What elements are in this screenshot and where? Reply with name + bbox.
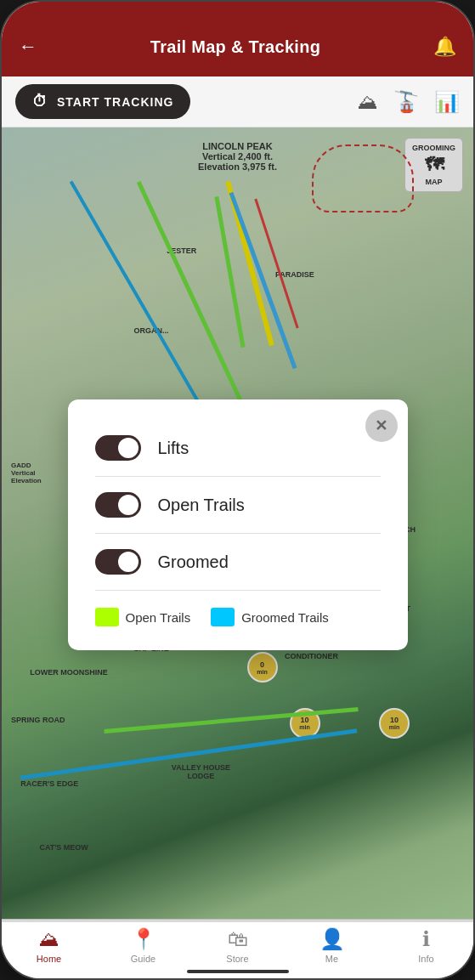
close-icon: ✕ xyxy=(375,416,387,435)
guide-label: Guide xyxy=(131,954,156,964)
groomed-label: Groomed xyxy=(158,552,229,572)
map-area: LINCOLN PEAK Vertical 2,400 ft. Elevatio… xyxy=(2,127,473,922)
nav-item-info[interactable]: ℹ Info xyxy=(401,927,452,964)
guide-icon: 📍 xyxy=(131,927,156,951)
legend-groomed-trails: Groomed Trails xyxy=(211,608,329,626)
back-button[interactable]: ← xyxy=(19,36,37,58)
home-indicator xyxy=(187,970,289,973)
header: ← Trail Map & Tracking 🔔 xyxy=(2,2,473,76)
info-label: Info xyxy=(418,954,433,964)
start-tracking-label: START TRACKING xyxy=(57,95,173,109)
store-label: Store xyxy=(226,954,248,964)
dialog-close-button[interactable]: ✕ xyxy=(365,410,398,442)
nav-item-me[interactable]: 👤 Me xyxy=(307,927,358,964)
home-icon: ⛰ xyxy=(39,927,59,951)
toggle-row-open-trails: Open Trails xyxy=(95,477,381,534)
store-icon: 🛍 xyxy=(228,927,248,951)
filter-dialog: ✕ Lifts xyxy=(68,399,408,650)
bell-icon[interactable]: 🔔 xyxy=(433,36,456,58)
map-background: LINCOLN PEAK Vertical 2,400 ft. Elevatio… xyxy=(2,127,473,922)
home-label: Home xyxy=(37,954,61,964)
lifts-toggle[interactable] xyxy=(95,435,141,461)
open-trails-label: Open Trails xyxy=(158,496,245,515)
toolbar-icons: ⛰ 🚡 📊 xyxy=(358,90,460,114)
nav-item-store[interactable]: 🛍 Store xyxy=(212,927,263,964)
lifts-label: Lifts xyxy=(158,439,189,458)
dialog-overlay: ✕ Lifts xyxy=(2,127,473,922)
nav-item-guide[interactable]: 📍 Guide xyxy=(118,927,169,964)
groomed-trails-legend-label: Groomed Trails xyxy=(241,610,329,625)
timer-icon: ⏱ xyxy=(32,93,48,110)
gondola-icon[interactable]: 🚡 xyxy=(393,90,419,114)
me-icon: 👤 xyxy=(319,927,345,951)
mountain-icon[interactable]: ⛰ xyxy=(358,90,378,114)
info-icon: ℹ xyxy=(422,927,430,951)
legend-row: Open Trails Groomed Trails xyxy=(95,604,381,626)
nav-item-home[interactable]: ⛰ Home xyxy=(24,927,75,964)
groomed-toggle[interactable] xyxy=(95,549,141,575)
toolbar: ⏱ START TRACKING ⛰ 🚡 📊 xyxy=(2,76,473,127)
groomed-trails-swatch xyxy=(211,608,235,626)
open-trails-swatch xyxy=(95,608,119,626)
me-label: Me xyxy=(325,954,338,964)
toggle-row-groomed: Groomed xyxy=(95,534,381,591)
page-title: Trail Map & Tracking xyxy=(150,37,321,57)
toggle-row-lifts: Lifts xyxy=(95,420,381,477)
chart-icon[interactable]: 📊 xyxy=(434,90,460,114)
open-trails-toggle[interactable] xyxy=(95,492,141,518)
legend-open-trails: Open Trails xyxy=(95,608,191,626)
start-tracking-button[interactable]: ⏱ START TRACKING xyxy=(15,84,190,119)
open-trails-legend-label: Open Trails xyxy=(126,610,191,625)
phone-shell: ← Trail Map & Tracking 🔔 ⏱ START TRACKIN… xyxy=(0,0,475,980)
